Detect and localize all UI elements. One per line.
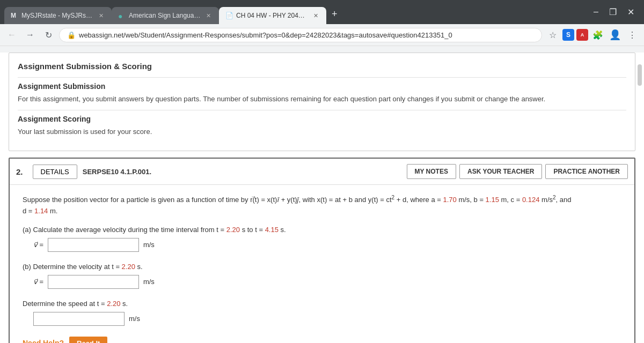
part-b-text: (b) Determine the velocity at t = — [23, 263, 122, 271]
part-a-t2-unit: s. — [279, 226, 286, 234]
ask-teacher-button[interactable]: ASK YOUR TEACHER — [459, 164, 542, 179]
profile-icon[interactable]: 👤 — [608, 27, 623, 42]
part-a-input[interactable] — [48, 238, 139, 252]
submission-text: For this assignment, you submit answers … — [18, 94, 626, 105]
read-it-button[interactable]: Read It — [69, 337, 107, 343]
close-button[interactable]: ✕ — [622, 5, 640, 19]
question-id: SERPSE10 4.1.P.001. — [83, 168, 401, 176]
tab-mysj[interactable]: M MySJRstate - MySJRstate ✕ — [4, 7, 112, 24]
need-help-row: Need Help? Read It — [23, 337, 621, 343]
back-button[interactable]: ← — [4, 27, 19, 42]
tab-bar: M MySJRstate - MySJRstate ✕ ● American S… — [0, 0, 644, 24]
a-unit: m/s, b = — [457, 196, 486, 204]
lock-icon: 🔒 — [67, 31, 76, 39]
tab1-label: MySJRstate - MySJRstate — [21, 12, 93, 19]
part-b-t: 2.20 — [122, 263, 135, 271]
tab1-favicon: M — [11, 12, 18, 19]
tab1-close[interactable]: ✕ — [97, 11, 105, 20]
part-c: Determine the speed at t = 2.20 s. m/s — [23, 300, 621, 326]
scoring-heading: Assignment Scoring — [18, 115, 626, 123]
page-title: Assignment Submission & Scoring — [18, 62, 626, 71]
tab-ch04[interactable]: 📄 CH 04 HW - PHY 2048, section X ✕ — [219, 7, 326, 24]
address-text: webassign.net/web/Student/Assignment-Res… — [79, 31, 534, 39]
reload-button[interactable]: ↻ — [41, 27, 56, 42]
maximize-button[interactable]: ❐ — [604, 5, 622, 19]
part-a-label: (a) Calculate the average velocity durin… — [23, 226, 621, 234]
problem-statement: Suppose the position vector for a partic… — [23, 193, 621, 217]
tab3-close[interactable]: ✕ — [311, 11, 320, 20]
c-unit: m/s2, and — [539, 196, 571, 204]
extension-icon[interactable]: 🧩 — [590, 27, 605, 42]
part-b-input[interactable] — [48, 275, 139, 289]
page-content: Assignment Submission & Scoring Assignme… — [0, 53, 644, 343]
pdf-extension-icon[interactable]: A — [576, 29, 588, 41]
problem-intro: Suppose the position vector for a partic… — [23, 196, 250, 204]
minimize-button[interactable]: – — [588, 5, 604, 19]
question-header: 2. DETAILS SERPSE10 4.1.P.001. MY NOTES … — [10, 159, 634, 185]
address-bar-row: ← → ↻ 🔒 webassign.net/web/Student/Assign… — [0, 24, 644, 46]
question-body: Suppose the position vector for a partic… — [10, 185, 634, 343]
part-b-input-label: v⃗ = — [33, 278, 43, 286]
bookmark-star-icon[interactable]: ☆ — [545, 27, 560, 42]
question-panel: 2. DETAILS SERPSE10 4.1.P.001. MY NOTES … — [9, 158, 635, 343]
tab2-label: American Sign Language I-11047 — [129, 12, 201, 19]
scoring-text: Your last submission is used for your sc… — [18, 126, 626, 137]
problem-eq1: (t) = x(t)î + y(t)ĵ, with x(t) = at + b … — [253, 196, 443, 204]
part-c-input[interactable] — [33, 312, 125, 326]
c-value: 0.124 — [522, 196, 540, 204]
my-notes-button[interactable]: MY NOTES — [407, 164, 456, 179]
d-unit: m. — [48, 207, 57, 215]
browser-chrome: M MySJRstate - MySJRstate ✕ ● American S… — [0, 0, 644, 46]
submission-heading: Assignment Submission — [18, 82, 626, 91]
part-a-t1: 2.20 — [226, 226, 240, 234]
part-a-t1-unit: s to t = — [240, 226, 265, 234]
part-c-t: 2.20 — [107, 300, 120, 308]
scroll-indicator[interactable] — [638, 64, 642, 86]
part-c-unit: m/s — [129, 315, 140, 323]
d-value: 1.14 — [34, 207, 48, 215]
part-a-input-row: v⃗ = m/s — [33, 238, 621, 252]
part-b-input-row: v⃗ = m/s — [33, 275, 621, 289]
b-unit: m, c = — [499, 196, 522, 204]
question-number: 2. — [16, 167, 23, 176]
part-c-t-unit: s. — [121, 300, 128, 308]
part-c-input-row: m/s — [33, 312, 621, 326]
window-controls: – ❐ ✕ — [588, 5, 640, 24]
part-b-t-unit: s. — [135, 263, 143, 271]
address-box[interactable]: 🔒 webassign.net/web/Student/Assignment-R… — [59, 28, 542, 42]
practice-another-button[interactable]: PRACTICE ANOTHER — [545, 164, 628, 179]
tab2-favicon: ● — [118, 12, 126, 19]
tab-asl[interactable]: ● American Sign Language I-11047 ✕ — [112, 7, 219, 24]
part-a-t2: 4.15 — [265, 226, 279, 234]
part-c-text: Determine the speed at t = — [23, 300, 107, 308]
a-value: 1.70 — [443, 196, 456, 204]
tab3-label: CH 04 HW - PHY 2048, section X — [236, 12, 308, 19]
part-a: (a) Calculate the average velocity durin… — [23, 226, 621, 252]
r-arrow: r→ — [250, 195, 252, 206]
forward-button[interactable]: → — [23, 27, 38, 42]
tab2-close[interactable]: ✕ — [204, 11, 213, 20]
new-tab-button[interactable]: + — [326, 4, 343, 24]
part-c-label: Determine the speed at t = 2.20 s. — [23, 300, 621, 308]
part-b: (b) Determine the velocity at t = 2.20 s… — [23, 263, 621, 289]
part-b-label: (b) Determine the velocity at t = 2.20 s… — [23, 263, 621, 271]
b-value: 1.15 — [486, 196, 499, 204]
need-help-text: Need Help? — [23, 339, 64, 343]
part-a-text: (a) Calculate the average velocity durin… — [23, 226, 226, 234]
menu-icon[interactable]: ⋮ — [625, 27, 640, 42]
tab3-favicon: 📄 — [225, 12, 233, 19]
part-a-unit: m/s — [143, 241, 155, 249]
assignment-info-panel: Assignment Submission & Scoring Assignme… — [9, 53, 635, 151]
s-extension-icon[interactable]: S — [562, 29, 574, 41]
d-intro: d = — [23, 207, 34, 215]
part-a-input-label: v⃗ = — [33, 241, 43, 249]
details-button[interactable]: DETAILS — [33, 165, 77, 179]
part-b-unit: m/s — [143, 278, 155, 286]
header-buttons: MY NOTES ASK YOUR TEACHER PRACTICE ANOTH… — [407, 164, 628, 179]
toolbar-icons: ☆ S A 🧩 👤 ⋮ — [545, 27, 640, 42]
